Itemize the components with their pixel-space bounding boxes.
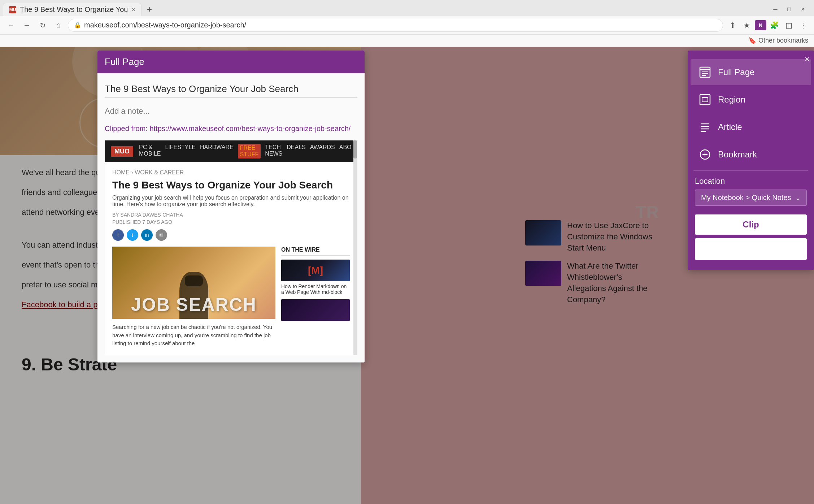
location-value: My Notebook > Quick Notes (701, 194, 791, 202)
clip-button[interactable]: Clip (695, 214, 807, 235)
article-option[interactable]: Article (691, 114, 811, 140)
nav-item-hardware: HARDWARE (200, 144, 234, 158)
sidebar-thumb-2 (281, 299, 350, 321)
preview-title: The 9 Best Ways to Organize Your Job Sea… (112, 179, 350, 191)
new-tab-button[interactable]: + (143, 3, 156, 16)
back-button[interactable]: ← (4, 19, 17, 32)
nav-item-deals: DEALS (287, 144, 305, 158)
nav-item-free: FREE STUFF (238, 144, 261, 158)
clip-modal-body: Clipped from: https://www.makeuseof.com/… (97, 73, 365, 362)
article-label: Article (718, 122, 742, 132)
onenote-extension-icon[interactable]: N (755, 20, 766, 30)
extensions-button[interactable]: 🧩 (768, 19, 781, 32)
tab-title: The 9 Best Ways to Organize You (20, 5, 128, 14)
menu-button[interactable]: ⋮ (797, 19, 810, 32)
sidebar-button[interactable]: ◫ (782, 19, 795, 32)
tab-close-button[interactable]: × (131, 6, 135, 13)
browser-chrome: MU The 9 Best Ways to Organize You × + ─… (0, 0, 814, 47)
bookmark-button[interactable]: ★ (740, 19, 753, 32)
bookmark-label: Bookmark (718, 149, 757, 160)
svg-rect-5 (700, 95, 710, 105)
social-twitter: t (127, 229, 138, 241)
social-linkedin: in (141, 229, 153, 241)
active-tab[interactable]: MU The 9 Best Ways to Organize You × (3, 3, 142, 16)
dropdown-arrow-icon: ⌄ (795, 194, 801, 202)
full-page-label: Full Page (718, 67, 754, 77)
page-background: We've all heard the qu... friends and co… (0, 47, 814, 504)
modal-scrollbar-thumb (353, 140, 357, 158)
nav-item-awards: AWARDS (310, 144, 335, 158)
clip-source-text: Clipped from: https://www.makeuseof.com/… (105, 125, 357, 133)
sidebar-article-1: [M] How to Render Markdown on a Web Page… (281, 260, 350, 295)
location-section: Location My Notebook > Quick Notes ⌄ (688, 174, 814, 212)
sidebar-title-1: How to Render Markdown on a Web Page Wit… (281, 283, 350, 295)
nav-item-lifestyle: LIFESTYLE (165, 144, 195, 158)
panel-close-button[interactable]: × (805, 54, 810, 64)
region-option[interactable]: Region (691, 87, 811, 113)
nav-item-about: ABOUT (339, 144, 351, 158)
panel-top-spacer (688, 51, 814, 58)
lock-icon: 🔒 (74, 22, 81, 29)
refresh-button[interactable]: ↻ (36, 19, 49, 32)
region-label: Region (718, 95, 745, 105)
forward-button[interactable]: → (20, 19, 33, 32)
preview-hero-image: JOB SEARCH (112, 247, 275, 319)
article-icon (698, 120, 712, 134)
clip-button-section: Clip (688, 212, 814, 263)
preview-sidebar: ON THE WIRE [M] How to Render Markdown o… (281, 247, 350, 348)
url-text: makeuseof.com/best-ways-to-organize-job-… (84, 21, 717, 29)
preview-nav-items: PC & MOBILE LIFESTYLE HARDWARE FREE STUF… (139, 144, 351, 158)
svg-rect-6 (702, 97, 708, 102)
preview-body-text: Searching for a new job can be chaotic i… (112, 323, 275, 348)
tab-bar: MU The 9 Best Ways to Organize You × + ─… (0, 0, 814, 16)
location-dropdown[interactable]: My Notebook > Quick Notes ⌄ (695, 190, 807, 206)
modal-scrollbar[interactable] (353, 140, 357, 355)
preview-nav: MUO PC & MOBILE LIFESTYLE HARDWARE FREE … (105, 140, 357, 162)
tab-favicon: MU (9, 6, 16, 13)
preview-main-col: JOB SEARCH Searching for a new job can b… (112, 247, 275, 348)
region-icon (698, 92, 712, 107)
article-svg (698, 121, 711, 134)
share-button[interactable]: ⬆ (726, 19, 739, 32)
home-button[interactable]: ⌂ (52, 19, 65, 32)
full-page-icon (698, 65, 712, 79)
loading-bar (695, 238, 807, 260)
preview-logo: MUO (111, 146, 133, 157)
social-facebook: f (112, 229, 124, 241)
panel-divider (693, 170, 808, 171)
bookmark-icon (698, 147, 712, 162)
bookmark-option[interactable]: Bookmark (691, 142, 811, 168)
address-bar[interactable]: 🔒 makeuseof.com/best-ways-to-organize-jo… (68, 19, 723, 32)
close-window-button[interactable]: × (797, 5, 808, 14)
nav-item-pc: PC & MOBILE (139, 144, 161, 158)
job-search-text: JOB SEARCH (131, 294, 257, 315)
preview-social-buttons: f t in ✉ (112, 229, 350, 241)
full-page-option[interactable]: Full Page (691, 59, 811, 85)
preview-two-col: JOB SEARCH Searching for a new job can b… (112, 247, 350, 348)
clip-modal-header: Full Page (97, 51, 365, 73)
region-svg (698, 93, 711, 106)
maximize-button[interactable]: □ (784, 5, 795, 14)
binoculars (185, 275, 203, 286)
sidebar-article-2 (281, 299, 350, 321)
location-label: Location (695, 177, 807, 186)
bookmarks-text: Other bookmarks (758, 37, 808, 44)
preview-content: HOME › WORK & CAREER The 9 Best Ways to … (105, 162, 357, 355)
clip-note-input[interactable] (105, 104, 357, 119)
preview-breadcrumb: HOME › WORK & CAREER (112, 169, 350, 176)
nav-bar: ← → ↻ ⌂ 🔒 makeuseof.com/best-ways-to-org… (0, 16, 814, 35)
minimize-button[interactable]: ─ (770, 5, 781, 14)
clip-modal: Full Page Clipped from: https://www.make… (97, 51, 365, 362)
preview-author: BY SANDRA DAWES-CHATHA (112, 212, 350, 218)
preview-description: Organizing your job search will help you… (112, 195, 350, 208)
nav-actions: ⬆ ★ N 🧩 ◫ ⋮ (726, 19, 810, 32)
clip-preview-area: MUO PC & MOBILE LIFESTYLE HARDWARE FREE … (105, 140, 357, 355)
bookmark-svg (698, 148, 711, 161)
nav-item-tech: TECH NEWS (265, 144, 282, 158)
clip-title-input[interactable] (105, 81, 357, 98)
on-the-wire-label: ON THE WIRE (281, 247, 350, 256)
bookmarks-icon: 🔖 (748, 37, 756, 45)
bookmarks-bar: 🔖 Other bookmarks (0, 35, 814, 47)
clip-options-panel: × Full Page (688, 51, 814, 270)
social-email: ✉ (156, 229, 167, 241)
